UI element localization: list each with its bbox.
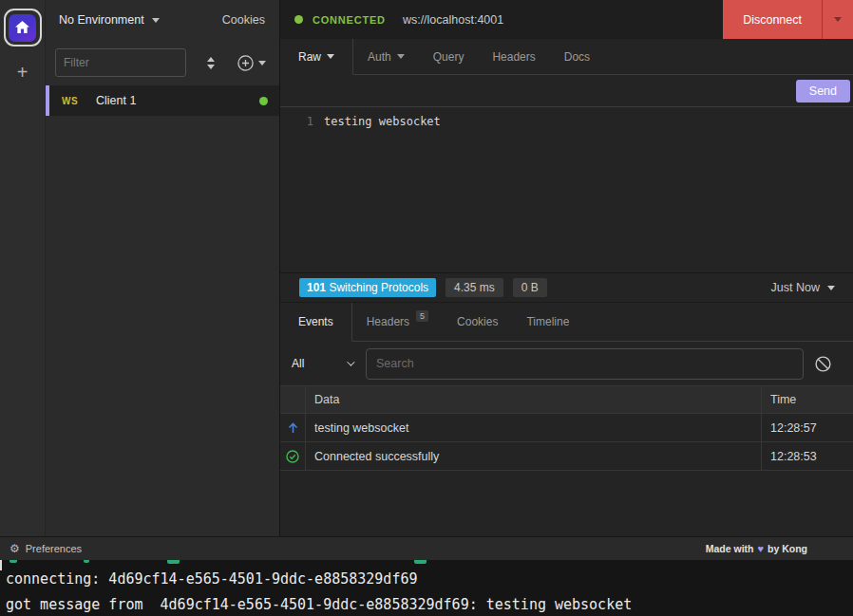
event-time: 12:28:57 [762,414,853,441]
environment-bar: No Environment Cookies [46,0,279,40]
main-pane: CONNECTED ws://localhost:4001 Disconnect… [280,0,853,536]
client-name: Client 1 [96,94,136,107]
chevron-down-icon [834,17,842,22]
response-tabs: Events Headers 5 Cookies Timeline [280,302,853,342]
home-icon [9,14,36,42]
terminal-clipped-line [9,560,17,563]
table-row[interactable]: testing websocket 12:28:57 [280,414,853,442]
ban-icon [815,356,831,372]
add-workspace-button[interactable]: + [17,63,28,82]
response-status-bar: 101 Switching Protocols 4.35 ms 0 B Just… [280,272,853,302]
send-row: Send [280,75,853,107]
terminal[interactable]: connecting: 4d69cf14-e565-4501-9ddc-e885… [0,560,853,616]
terminal-clipped-line [167,560,180,564]
tabs-filler [583,303,853,342]
sort-button[interactable] [207,57,215,69]
events-filter-row: All [280,342,853,385]
table-row[interactable]: Connected successfully 12:28:53 [280,442,853,471]
plus-circle-icon [237,55,254,71]
filter-input[interactable] [55,48,186,77]
event-data: testing websocket [306,414,762,441]
duration-badge: 4.35 ms [445,278,503,297]
chevron-down-icon [152,18,160,23]
empty-area [280,471,853,536]
tabs-filler [604,39,853,75]
send-button[interactable]: Send [796,80,850,103]
connection-bar: CONNECTED ws://localhost:4001 Disconnect [280,0,853,39]
disconnect-label: Disconnect [723,0,822,39]
tab-events[interactable]: Events [280,303,352,342]
sort-down-icon [207,65,215,69]
search-input[interactable] [366,348,804,380]
connected-label: CONNECTED [313,14,386,26]
events-table: Data Time testing websocket 12:28:57 [280,385,853,471]
editor-content[interactable]: testing websocket [324,113,441,272]
tab-response-headers[interactable]: Headers 5 [352,303,443,342]
terminal-clipped-char [0,560,2,570]
column-icon [280,386,306,413]
disconnect-dropdown[interactable] [822,0,853,39]
clear-events-button[interactable] [804,356,842,372]
tab-headers[interactable]: Headers [478,39,549,75]
ws-protocol-badge: WS [62,96,92,106]
size-badge: 0 B [513,278,547,297]
table-header: Data Time [280,385,853,414]
response-history-dropdown[interactable]: Just Now [771,281,840,294]
client-list-item[interactable]: WS Client 1 [46,85,279,116]
heart-icon: ♥ [757,543,764,554]
chevron-down-icon [327,54,334,59]
cookies-link[interactable]: Cookies [222,13,265,27]
check-circle-icon [286,450,299,463]
chevron-down-icon [347,358,354,365]
terminal-line: connecting: 4d69cf14-e565-4501-9ddc-e885… [0,567,853,592]
status-footer: ⚙ Preferences Made with ♥ by Kong [0,536,853,560]
websocket-url: ws://localhost:4001 [403,13,503,27]
terminal-clipped-line [84,560,89,563]
sort-up-icon [207,57,215,62]
left-rail: + [0,0,46,536]
environment-label: No Environment [59,13,144,27]
request-tabs: Raw Auth Query Headers Docs [280,39,853,75]
environment-selector[interactable]: No Environment [59,13,160,27]
disconnect-button[interactable]: Disconnect [723,0,853,39]
headers-count-badge: 5 [416,310,428,322]
event-time: 12:28:53 [762,442,853,470]
column-time: Time [762,386,853,413]
tab-raw[interactable]: Raw [280,39,353,75]
chevron-down-icon [827,286,835,290]
column-data: Data [306,386,762,413]
connected-status-dot [294,15,303,24]
terminal-clipped-line [414,560,426,564]
sidebar: No Environment Cookies [46,0,280,536]
message-editor[interactable]: 1 testing websocket [280,107,853,272]
workbench: + No Environment Cookies [0,0,853,536]
sidebar-filter-row [46,40,279,85]
tab-docs[interactable]: Docs [550,39,604,75]
event-type-filter[interactable]: All [290,357,358,370]
tab-auth[interactable]: Auth [353,39,419,75]
status-code-badge: 101 Switching Protocols [299,278,436,297]
preferences-label: Preferences [26,543,82,554]
gear-icon: ⚙ [9,542,20,555]
create-request-button[interactable] [237,55,268,71]
house-icon [15,21,29,34]
event-data: Connected successfully [306,442,762,470]
line-number: 1 [280,113,324,272]
tab-timeline[interactable]: Timeline [512,303,583,342]
insomnia-app-window: + No Environment Cookies [0,0,853,616]
terminal-line: got message from 4d69cf14-e565-4501-9ddc… [0,592,853,616]
home-button[interactable] [4,9,42,47]
tab-query[interactable]: Query [419,39,479,75]
kong-credit: Made with ♥ by Kong [706,543,844,554]
tab-cookies[interactable]: Cookies [443,303,512,342]
arrow-up-icon [288,422,298,434]
client-online-dot [259,97,268,105]
preferences-button[interactable]: ⚙ Preferences [9,542,82,555]
chevron-down-icon [397,54,405,59]
chevron-down-icon [258,61,266,65]
